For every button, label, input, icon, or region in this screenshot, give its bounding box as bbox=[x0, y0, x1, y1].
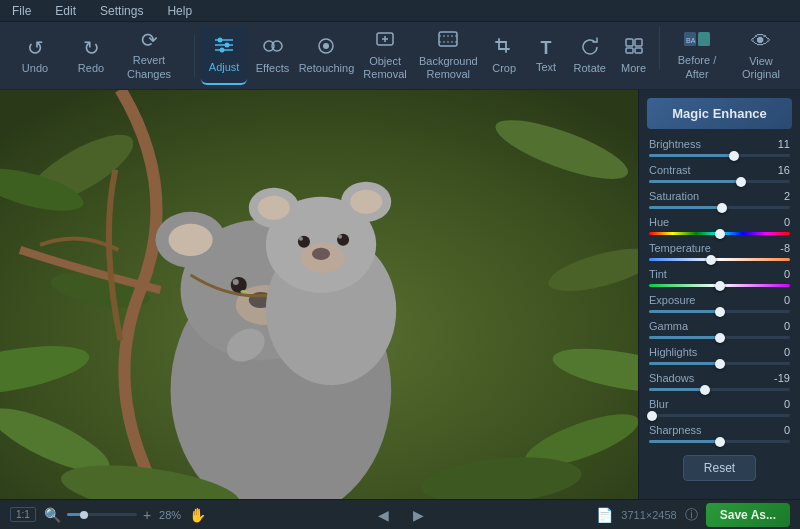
slider-label-hue: Hue bbox=[649, 216, 669, 228]
menu-help[interactable]: Help bbox=[163, 2, 196, 20]
slider-track-temperature[interactable] bbox=[649, 258, 790, 261]
slider-value-brightness: 11 bbox=[768, 138, 790, 150]
effects-icon bbox=[262, 37, 284, 58]
revert-button[interactable]: ⟳ RevertChanges bbox=[120, 27, 178, 85]
slider-thumb-exposure[interactable] bbox=[715, 307, 725, 317]
svg-point-1 bbox=[218, 38, 223, 43]
slider-track-shadows[interactable] bbox=[649, 388, 790, 391]
slider-thumb-tint[interactable] bbox=[715, 281, 725, 291]
more-button[interactable]: More bbox=[614, 27, 653, 85]
slider-track-highlights[interactable] bbox=[649, 362, 790, 365]
slider-value-gamma: 0 bbox=[768, 320, 790, 332]
slider-thumb-saturation[interactable] bbox=[717, 203, 727, 213]
rotate-button[interactable]: Rotate bbox=[568, 27, 613, 85]
slider-track-exposure[interactable] bbox=[649, 310, 790, 313]
sliders-container: Brightness11Contrast16Saturation2Hue0Tem… bbox=[639, 135, 800, 447]
canvas-area[interactable] bbox=[0, 90, 638, 499]
slider-label-shadows: Shadows bbox=[649, 372, 694, 384]
prev-arrow[interactable]: ◀ bbox=[372, 505, 395, 525]
undo-button[interactable]: ↺ Undo bbox=[8, 27, 62, 85]
slider-label-tint: Tint bbox=[649, 268, 667, 280]
retouching-button[interactable]: Retouching bbox=[298, 27, 356, 85]
slider-track-contrast[interactable] bbox=[649, 180, 790, 183]
svg-point-5 bbox=[220, 48, 225, 53]
slider-track-sharpness[interactable] bbox=[649, 440, 790, 443]
svg-point-43 bbox=[350, 190, 382, 214]
slider-thumb-sharpness[interactable] bbox=[715, 437, 725, 447]
slider-value-blur: 0 bbox=[768, 398, 790, 410]
more-icon bbox=[624, 37, 644, 58]
object-removal-button[interactable]: ObjectRemoval bbox=[357, 27, 413, 85]
slider-row-sharpness: Sharpness0 bbox=[639, 421, 800, 447]
zoom-in-icon[interactable]: + bbox=[143, 507, 151, 523]
slider-row-saturation: Saturation2 bbox=[639, 187, 800, 213]
zoom-out-icon[interactable]: 🔍 bbox=[44, 507, 61, 523]
file-icon: 📄 bbox=[596, 507, 613, 523]
image-canvas bbox=[0, 90, 638, 499]
menu-settings[interactable]: Settings bbox=[96, 2, 147, 20]
revert-label: RevertChanges bbox=[127, 54, 171, 80]
menu-edit[interactable]: Edit bbox=[51, 2, 80, 20]
effects-button[interactable]: Effects bbox=[249, 27, 295, 85]
main-content: Magic Enhance Brightness11Contrast16Satu… bbox=[0, 90, 800, 499]
slider-thumb-hue[interactable] bbox=[715, 229, 725, 239]
slider-thumb-contrast[interactable] bbox=[736, 177, 746, 187]
slider-row-temperature: Temperature-8 bbox=[639, 239, 800, 265]
slider-track-brightness[interactable] bbox=[649, 154, 790, 157]
crop-label: Crop bbox=[492, 62, 516, 74]
slider-thumb-temperature[interactable] bbox=[706, 255, 716, 265]
slider-value-saturation: 2 bbox=[768, 190, 790, 202]
reset-button[interactable]: Reset bbox=[683, 455, 756, 481]
menu-file[interactable]: File bbox=[8, 2, 35, 20]
slider-label-saturation: Saturation bbox=[649, 190, 699, 202]
view-original-button[interactable]: 👁 ViewOriginal bbox=[730, 27, 792, 85]
svg-rect-13 bbox=[635, 39, 642, 46]
next-arrow[interactable]: ▶ bbox=[407, 505, 430, 525]
slider-value-contrast: 16 bbox=[768, 164, 790, 176]
slider-label-contrast: Contrast bbox=[649, 164, 691, 176]
slider-track-hue[interactable] bbox=[649, 232, 790, 235]
slider-track-blur[interactable] bbox=[649, 414, 790, 417]
text-button[interactable]: T Text bbox=[527, 27, 566, 85]
save-as-button[interactable]: Save As... bbox=[706, 503, 790, 527]
retouching-icon bbox=[315, 37, 337, 58]
object-removal-icon bbox=[374, 30, 396, 51]
slider-row-blur: Blur0 bbox=[639, 395, 800, 421]
koala-illustration bbox=[0, 90, 638, 499]
redo-button[interactable]: ↻ Redo bbox=[64, 27, 118, 85]
slider-row-highlights: Highlights0 bbox=[639, 343, 800, 369]
slider-thumb-gamma[interactable] bbox=[715, 333, 725, 343]
slider-value-sharpness: 0 bbox=[768, 424, 790, 436]
slider-value-temperature: -8 bbox=[768, 242, 790, 254]
slider-thumb-highlights[interactable] bbox=[715, 359, 725, 369]
slider-thumb-shadows[interactable] bbox=[700, 385, 710, 395]
zoom-thumb[interactable] bbox=[80, 511, 88, 519]
adjust-button[interactable]: Adjust bbox=[201, 27, 247, 85]
redo-label: Redo bbox=[78, 62, 104, 74]
svg-rect-14 bbox=[626, 48, 633, 53]
slider-thumb-blur[interactable] bbox=[647, 411, 657, 421]
slider-thumb-brightness[interactable] bbox=[729, 151, 739, 161]
before-after-button[interactable]: BA Before /After bbox=[666, 27, 728, 85]
view-original-icon: 👁 bbox=[751, 30, 771, 53]
svg-point-29 bbox=[169, 224, 213, 256]
slider-track-saturation[interactable] bbox=[649, 206, 790, 209]
magic-enhance-button[interactable]: Magic Enhance bbox=[647, 98, 792, 129]
slider-label-brightness: Brightness bbox=[649, 138, 701, 150]
zoom-slider[interactable] bbox=[67, 513, 137, 516]
crop-icon bbox=[494, 37, 514, 58]
slider-track-gamma[interactable] bbox=[649, 336, 790, 339]
background-removal-button[interactable]: BackgroundRemoval bbox=[415, 27, 482, 85]
right-panel: Magic Enhance Brightness11Contrast16Satu… bbox=[638, 90, 800, 499]
image-dimensions: 3711×2458 bbox=[621, 509, 676, 521]
info-icon[interactable]: ⓘ bbox=[685, 506, 698, 524]
text-label: Text bbox=[536, 61, 556, 73]
pan-tool-icon[interactable]: ✋ bbox=[189, 507, 206, 523]
adjust-label: Adjust bbox=[209, 61, 240, 73]
slider-label-highlights: Highlights bbox=[649, 346, 697, 358]
background-removal-label: BackgroundRemoval bbox=[419, 55, 478, 81]
crop-button[interactable]: Crop bbox=[484, 27, 525, 85]
slider-track-tint[interactable] bbox=[649, 284, 790, 287]
svg-point-45 bbox=[312, 248, 330, 260]
svg-text:BA: BA bbox=[686, 37, 696, 44]
